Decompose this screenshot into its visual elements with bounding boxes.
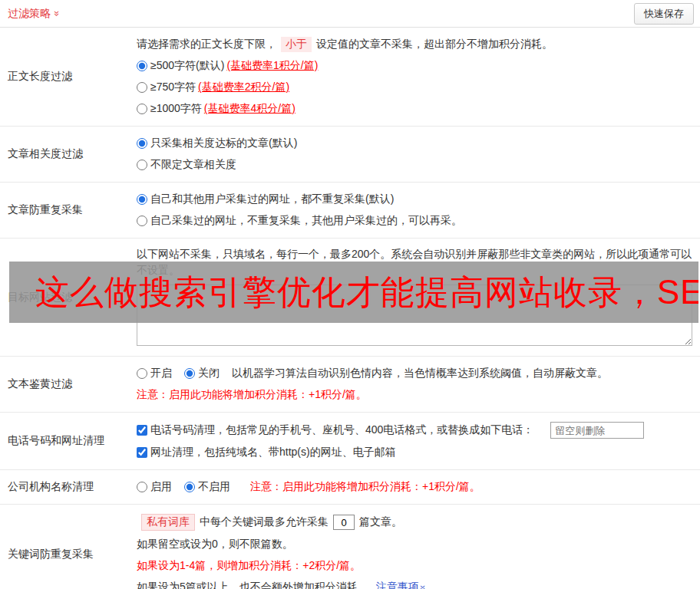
quick-save-button[interactable]: 快速保存 xyxy=(634,3,694,25)
chevron-down-icon: » xyxy=(52,11,62,16)
option-label: 不启用 xyxy=(198,480,230,494)
keyword-note-unlimited: 如果留空或设为0，则不限篇数。 xyxy=(137,537,692,552)
dedup-option-row: 自己采集过的网址，不重复采集，其他用户采集过的，可以再采。 xyxy=(137,213,692,229)
keyword-note-cost: 如果设为1-4篇，则增加积分消耗：+2积分/篇。 xyxy=(137,558,692,574)
option-label: 关闭 xyxy=(198,367,220,380)
keyword-note-five-row: 如果设为5篇或以上，也不会额外增加积分消耗。 注意事项 » xyxy=(137,580,692,589)
keyword-limit-tail: 篇文章。 xyxy=(359,515,402,529)
option-label: 电话号码清理，包括常见的手机号、座机号、400电话格式，或替换成如下电话： xyxy=(150,423,533,437)
dedup-radio-all-users[interactable] xyxy=(137,194,147,205)
row-company-clean: 公司机构名称清理 启用 不启用 注意：启用此功能将增加积分消耗：+1积分/篇。 xyxy=(0,470,700,505)
row-label: 公司机构名称清理 xyxy=(0,470,132,504)
option-label: 网址清理，包括纯域名、带http(s)的网址、电子邮箱 xyxy=(150,446,396,459)
row-content: 私有词库 中每个关键词最多允许采集 篇文章。 如果留空或设为0，则不限篇数。 如… xyxy=(132,505,700,589)
option-label: 自己采集过的网址，不重复采集，其他用户采集过的，可以再采。 xyxy=(150,214,462,228)
less-than-highlight: 小于 xyxy=(281,37,312,52)
url-clean-checkbox[interactable] xyxy=(137,447,147,458)
row-label: 文章相关度过滤 xyxy=(0,127,132,182)
porn-filter-note: 注意：启用此功能将增加积分消耗：+1积分/篇。 xyxy=(137,387,692,403)
body-length-option-row: ≥750字符 (基础费率2积分/篇) xyxy=(137,80,692,95)
row-label: 关键词防重复采集 xyxy=(0,505,132,589)
bodylen-radio-500[interactable] xyxy=(137,61,147,71)
row-phone-url-clean: 电话号码和网址清理 电话号码清理，包括常见的手机号、座机号、400电话格式，或替… xyxy=(0,413,700,470)
phone-clean-row: 电话号码清理，包括常见的手机号、座机号、400电话格式，或替换成如下电话： xyxy=(137,422,692,439)
keyword-note-five: 如果设为5篇或以上，也不会额外增加积分消耗。 xyxy=(137,581,368,589)
option-label: 自己和其他用户采集过的网址，都不重复采集(默认) xyxy=(150,192,394,206)
row-label: 文本鉴黄过滤 xyxy=(0,357,132,412)
row-label: 电话号码和网址清理 xyxy=(0,413,132,469)
row-porn-filter: 文本鉴黄过滤 开启 关闭 以机器学习算法自动识别色情内容，当色情概率达到系统阈值… xyxy=(0,357,700,413)
replacement-phone-input[interactable] xyxy=(550,422,644,439)
rate-note: (基础费率4积分/篇) xyxy=(204,102,296,116)
body-length-option-row: ≥500字符(默认) (基础费率1积分/篇) xyxy=(137,58,692,74)
filter-strategy-panel: 过滤策略 » 快速保存 正文长度过滤 请选择需求的正文长度下限， 小于 设定值的… xyxy=(0,0,700,589)
company-option-off[interactable]: 不启用 xyxy=(184,480,230,494)
row-content: 自己和其他用户采集过的网址，都不重复采集(默认) 自己采集过的网址，不重复采集，… xyxy=(132,183,700,238)
company-radio-on[interactable] xyxy=(137,482,147,492)
max-articles-input[interactable] xyxy=(333,515,355,530)
company-clean-option-row: 启用 不启用 注意：启用此功能将增加积分消耗：+1积分/篇。 xyxy=(137,479,692,495)
notice-link-label: 注意事项 xyxy=(376,581,419,589)
relevance-option-any[interactable]: 不限定文章相关度 xyxy=(137,158,236,172)
keyword-limit-row: 私有词库 中每个关键词最多允许采集 篇文章。 xyxy=(137,514,692,531)
company-option-on[interactable]: 启用 xyxy=(137,480,172,494)
intro-text-after: 设定值的文章不采集，超出部分不增加积分消耗。 xyxy=(316,38,553,51)
dedup-option-all-users[interactable]: 自己和其他用户采集过的网址，都不重复采集(默认) xyxy=(137,192,394,206)
overlay-banner-text: 这么做搜索引擎优化才能提高网站收录，SE xyxy=(9,270,698,315)
porn-radio-on[interactable] xyxy=(137,368,147,379)
relevance-radio-strict[interactable] xyxy=(137,138,147,149)
dedup-option-self-only[interactable]: 自己采集过的网址，不重复采集，其他用户采集过的，可以再采。 xyxy=(137,214,462,228)
row-article-dedup: 文章防重复采集 自己和其他用户采集过的网址，都不重复采集(默认) 自己采集过的网… xyxy=(0,183,700,239)
rate-note: (基础费率2积分/篇) xyxy=(198,81,289,94)
url-clean-option[interactable]: 网址清理，包括纯域名、带http(s)的网址、电子邮箱 xyxy=(137,446,396,459)
bodylen-option-500[interactable]: ≥500字符(默认) (基础费率1积分/篇) xyxy=(137,59,318,73)
relevance-option-strict[interactable]: 只采集相关度达标的文章(默认) xyxy=(137,137,297,150)
bodylen-option-1000[interactable]: ≥1000字符 (基础费率4积分/篇) xyxy=(137,102,296,116)
relevance-radio-any[interactable] xyxy=(137,160,147,170)
page-title[interactable]: 过滤策略 » xyxy=(8,7,60,21)
url-clean-row: 网址清理，包括纯域名、带http(s)的网址、电子邮箱 xyxy=(137,445,692,460)
keyword-limit-text: 中每个关键词最多允许采集 xyxy=(200,515,329,529)
porn-option-off[interactable]: 关闭 xyxy=(184,367,220,380)
option-label: 启用 xyxy=(150,480,172,494)
option-label: ≥1000字符 xyxy=(150,102,202,116)
rate-note: (基础费率1积分/篇) xyxy=(226,59,318,73)
row-content: 请选择需求的正文长度下限， 小于 设定值的文章不采集，超出部分不增加积分消耗。 … xyxy=(132,28,700,126)
row-content: 启用 不启用 注意：启用此功能将增加积分消耗：+1积分/篇。 xyxy=(132,470,700,504)
option-label: 不限定文章相关度 xyxy=(150,158,236,172)
dedup-radio-self-only[interactable] xyxy=(137,216,147,226)
phone-clean-checkbox[interactable] xyxy=(137,425,147,436)
porn-filter-description: 以机器学习算法自动识别色情内容，当色情概率达到系统阈值，自动屏蔽文章。 xyxy=(232,367,608,380)
relevance-option-row: 不限定文章相关度 xyxy=(137,157,692,173)
row-keyword-dedup: 关键词防重复采集 私有词库 中每个关键词最多允许采集 篇文章。 如果留空或设为0… xyxy=(0,505,700,589)
row-label: 正文长度过滤 xyxy=(0,28,132,126)
page-title-label: 过滤策略 xyxy=(8,7,51,21)
porn-filter-option-row: 开启 关闭 以机器学习算法自动识别色情内容，当色情概率达到系统阈值，自动屏蔽文章… xyxy=(137,366,692,381)
row-relevance-filter: 文章相关度过滤 只采集相关度达标的文章(默认) 不限定文章相关度 xyxy=(0,127,700,183)
company-radio-off[interactable] xyxy=(184,482,195,492)
row-content: 只采集相关度达标的文章(默认) 不限定文章相关度 xyxy=(132,127,700,182)
phone-clean-option[interactable]: 电话号码清理，包括常见的手机号、座机号、400电话格式，或替换成如下电话： xyxy=(137,423,533,437)
overlay-banner: 这么做搜索引擎优化才能提高网站收录，SE xyxy=(9,262,698,323)
body-length-option-row: ≥1000字符 (基础费率4积分/篇) xyxy=(137,101,692,117)
bodylen-radio-1000[interactable] xyxy=(137,104,147,114)
bodylen-option-750[interactable]: ≥750字符 (基础费率2积分/篇) xyxy=(137,81,289,94)
option-label: 开启 xyxy=(150,367,172,380)
intro-text-before: 请选择需求的正文长度下限， xyxy=(137,38,276,51)
row-content: 开启 关闭 以机器学习算法自动识别色情内容，当色情概率达到系统阈值，自动屏蔽文章… xyxy=(132,357,700,412)
notice-link[interactable]: 注意事项 » xyxy=(376,581,426,589)
bodylen-radio-750[interactable] xyxy=(137,82,147,93)
option-label: ≥750字符 xyxy=(150,81,196,94)
chevron-down-icon: » xyxy=(418,584,428,589)
company-clean-note: 注意：启用此功能将增加积分消耗：+1积分/篇。 xyxy=(250,480,480,494)
porn-option-on[interactable]: 开启 xyxy=(137,367,172,380)
relevance-option-row: 只采集相关度达标的文章(默认) xyxy=(137,136,692,151)
porn-radio-off[interactable] xyxy=(184,368,195,379)
dedup-option-row: 自己和其他用户采集过的网址，都不重复采集(默认) xyxy=(137,192,692,207)
private-lexicon-highlight: 私有词库 xyxy=(141,514,195,531)
row-content: 电话号码清理，包括常见的手机号、座机号、400电话格式，或替换成如下电话： 网址… xyxy=(132,413,700,469)
row-body-length-filter: 正文长度过滤 请选择需求的正文长度下限， 小于 设定值的文章不采集，超出部分不增… xyxy=(0,28,700,127)
body-length-intro: 请选择需求的正文长度下限， 小于 设定值的文章不采集，超出部分不增加积分消耗。 xyxy=(137,37,692,52)
row-label: 文章防重复采集 xyxy=(0,183,132,238)
panel-header: 过滤策略 » 快速保存 xyxy=(0,0,700,28)
